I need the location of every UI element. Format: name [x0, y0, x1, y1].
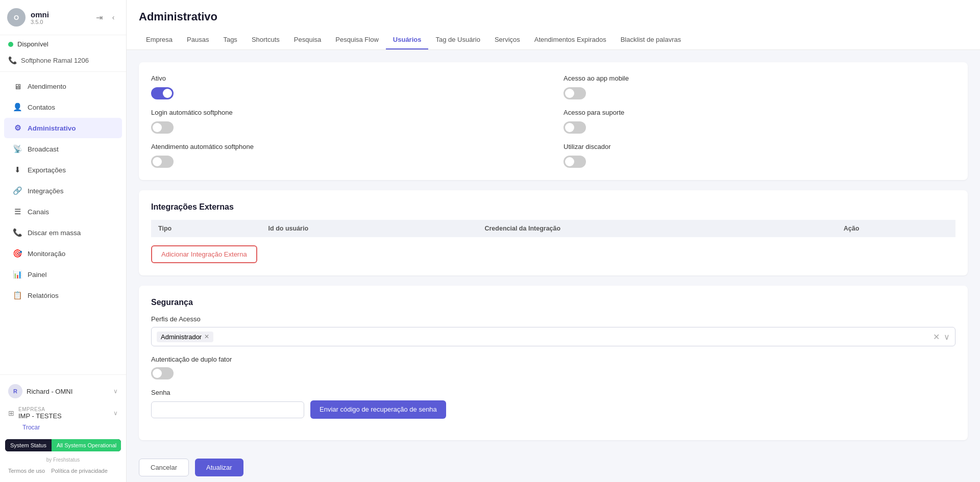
sidebar-item-label: Contatos — [28, 104, 55, 111]
sidebar-item-relatorios[interactable]: 📋 Relatórios — [4, 285, 122, 306]
sidebar-item-label: Atendimento — [28, 83, 66, 90]
tab-servicos[interactable]: Serviços — [487, 31, 527, 49]
sidebar-item-label: Painel — [28, 271, 47, 278]
sidebar-item-monitoracao[interactable]: 🎯 Monitoração — [4, 243, 122, 264]
add-integration-button[interactable]: Adicionar Integração Externa — [151, 245, 257, 263]
user-avatar: R — [8, 384, 22, 398]
perfis-select[interactable]: Administrador ✕ ✕ ∨ — [151, 327, 955, 346]
app-name: omni — [31, 10, 91, 19]
sidebar-item-integracoes[interactable]: 🔗 Integrações — [4, 181, 122, 201]
tab-atendimentos-expirados[interactable]: Atendimentos Expirados — [527, 31, 614, 49]
toggle-slider — [564, 156, 586, 168]
sidebar-item-atendimento[interactable]: 🖥 Atendimento — [4, 77, 122, 96]
softphone-item[interactable]: 📞 Softphone Ramal 1206 — [0, 53, 126, 69]
app-version: 3.5.0 — [31, 19, 91, 25]
sidebar-item-broadcast[interactable]: 📡 Broadcast — [4, 139, 122, 159]
privacy-link[interactable]: Política de privacidade — [51, 468, 108, 474]
toggle-slider — [151, 367, 174, 379]
company-section[interactable]: ⊞ EMPRESA IMP - TESTES ∨ — [0, 403, 126, 422]
company-icon: ⊞ — [8, 409, 14, 417]
sidebar-item-painel[interactable]: 📊 Painel — [4, 264, 122, 285]
col-id: Id do usuário — [261, 220, 478, 237]
toggle-slider — [151, 121, 174, 134]
main-content: Administrativo Empresa Pausas Tags Short… — [127, 0, 980, 482]
toggle-mobile[interactable] — [564, 87, 586, 99]
avatar-initials: O — [14, 14, 19, 21]
toggle-slider — [151, 156, 174, 168]
painel-icon: 📊 — [12, 270, 22, 279]
tab-pausas[interactable]: Pausas — [180, 31, 216, 49]
toggle-group-atendimento: Atendimento automático softphone — [151, 143, 543, 168]
toggle-label-login: Login automático softphone — [151, 109, 543, 116]
select-tag-label: Administrador — [161, 333, 202, 341]
company-info: EMPRESA IMP - TESTES — [18, 407, 109, 420]
page-header: Administrativo Empresa Pausas Tags Short… — [127, 0, 980, 50]
seguranca-card: Segurança Perfis de Acesso Administrador… — [139, 286, 968, 440]
tab-tag-usuario[interactable]: Tag de Usuário — [428, 31, 487, 49]
broadcast-icon: 📡 — [12, 144, 22, 154]
app-info: omni 3.5.0 — [31, 10, 91, 25]
sidebar-item-administrativo[interactable]: ⚙ Administrativo — [4, 118, 122, 138]
status-dot — [8, 42, 13, 47]
sidebar-item-canais[interactable]: ☰ Canais — [4, 201, 122, 222]
tab-pesquisa[interactable]: Pesquisa — [287, 31, 328, 49]
sidebar: O omni 3.5.0 ⇥ ‹ Disponível 📞 Softphone … — [0, 0, 127, 482]
tab-empresa[interactable]: Empresa — [139, 31, 180, 49]
senha-input[interactable] — [151, 401, 304, 418]
send-code-label: Enviar código de recuperação de senha — [320, 405, 437, 413]
autenticacao-label: Autenticação de duplo fator — [151, 356, 955, 363]
tab-tags[interactable]: Tags — [216, 31, 244, 49]
toggle-label-ativo: Ativo — [151, 74, 543, 82]
collapse-sidebar-button[interactable]: ‹ — [108, 12, 119, 23]
toggle-atendimento[interactable] — [151, 156, 174, 168]
toggle-group-suporte: Acesso para suporte — [564, 109, 955, 134]
tab-usuarios[interactable]: Usuários — [386, 31, 429, 49]
trocar-button[interactable]: Trocar — [22, 424, 40, 431]
toggle-login[interactable] — [151, 121, 174, 134]
freshstatus-label: by Freshstatus — [46, 457, 80, 463]
administrativo-icon: ⚙ — [12, 123, 22, 133]
sidebar-item-discar[interactable]: 📞 Discar em massa — [4, 222, 122, 243]
toggle-suporte[interactable] — [564, 121, 586, 134]
clear-icon[interactable]: ✕ — [933, 332, 940, 342]
phone-icon: 📞 — [8, 56, 17, 64]
tab-pesquisa-flow[interactable]: Pesquisa Flow — [328, 31, 386, 49]
form-actions: Cancelar Atualizar — [139, 450, 968, 482]
monitoracao-icon: 🎯 — [12, 249, 22, 258]
sidebar-item-exportacoes[interactable]: ⬇ Exportações — [4, 160, 122, 180]
select-tag-remove[interactable]: ✕ — [204, 333, 209, 340]
freshstatus-credit: by Freshstatus — [0, 455, 126, 466]
system-status-bar[interactable]: System Status All Systems Operational — [5, 439, 121, 451]
toggle-label-atendimento: Atendimento automático softphone — [151, 143, 543, 150]
sidebar-item-label: Relatórios — [28, 292, 59, 299]
cancel-button[interactable]: Cancelar — [139, 459, 189, 476]
relatorios-icon: 📋 — [12, 291, 22, 300]
toggle-group-discador: Utilizar discador — [564, 143, 955, 168]
contatos-icon: 👤 — [12, 103, 22, 112]
logout-icon[interactable]: ⇥ — [96, 13, 103, 22]
sidebar-item-contatos[interactable]: 👤 Contatos — [4, 97, 122, 117]
toggle-autenticacao[interactable] — [151, 367, 174, 379]
toggle-slider — [564, 121, 586, 134]
perfis-group: Perfis de Acesso Administrador ✕ ✕ ∨ — [151, 315, 955, 346]
tab-shortcuts[interactable]: Shortcuts — [244, 31, 287, 49]
terms-link[interactable]: Termos de uso — [8, 468, 45, 474]
toggle-ativo[interactable] — [151, 87, 174, 99]
toggle-discador[interactable] — [564, 156, 586, 168]
tab-blacklist[interactable]: Blacklist de palavras — [614, 31, 689, 49]
status-indicator[interactable]: Disponível — [0, 35, 126, 53]
avatar: O — [7, 8, 26, 27]
chevron-down-icon-company: ∨ — [113, 410, 118, 417]
user-name: Richard - OMNI — [27, 388, 109, 395]
sidebar-item-label: Discar em massa — [28, 229, 81, 237]
sidebar-item-label: Broadcast — [28, 145, 59, 153]
toggle-label-suporte: Acesso para suporte — [564, 109, 955, 116]
toggle-group-ativo: Ativo — [151, 74, 543, 99]
canais-icon: ☰ — [12, 207, 22, 216]
sidebar-footer: R Richard - OMNI ∨ ⊞ EMPRESA IMP - TESTE… — [0, 374, 126, 482]
sidebar-nav: 🖥 Atendimento 👤 Contatos ⚙ Administrativ… — [0, 74, 126, 374]
user-section[interactable]: R Richard - OMNI ∨ — [0, 379, 126, 403]
sidebar-item-label: Integrações — [28, 187, 64, 195]
send-code-button[interactable]: Enviar código de recuperação de senha — [310, 400, 446, 419]
update-button[interactable]: Atualizar — [195, 459, 243, 476]
